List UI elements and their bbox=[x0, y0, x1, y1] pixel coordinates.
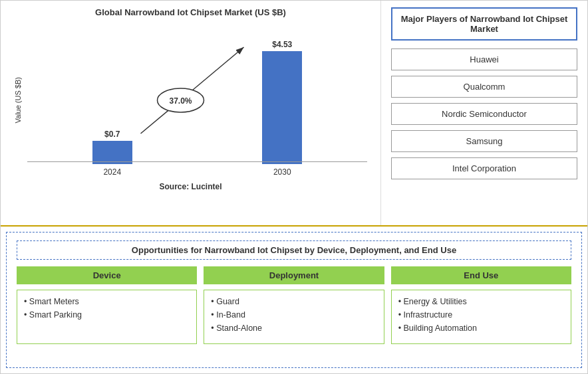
opportunities-title: Opportunities for Narrowband Iot Chipset… bbox=[17, 240, 571, 260]
y-axis-label: Value (US $B) bbox=[14, 77, 22, 124]
player-nordic: Nordic Semiconductor bbox=[391, 103, 577, 125]
device-item-1: Smart Meters bbox=[24, 297, 190, 306]
main-container: Global Narrowband Iot Chipset Market (US… bbox=[0, 0, 588, 374]
enduse-column: End Use Energy & Utilities Infrastructur… bbox=[391, 266, 571, 344]
device-content: Smart Meters Smart Parking bbox=[17, 290, 197, 344]
source-label: Source: Lucintel bbox=[14, 182, 367, 191]
baseline bbox=[27, 161, 367, 162]
player-intel: Intel Corporation bbox=[391, 157, 577, 179]
enduse-item-2: Infrastructure bbox=[398, 310, 564, 320]
bars-area: 37.0% $0.7 2024 $4.53 2030 bbox=[27, 24, 367, 177]
device-header: Device bbox=[17, 266, 197, 284]
deployment-item-1: Guard bbox=[211, 297, 376, 306]
columns-row: Device Smart Meters Smart Parking Deploy… bbox=[17, 266, 571, 344]
bar-value-2030: $4.53 bbox=[272, 40, 292, 49]
chart-area: Value (US $B) 37.0 bbox=[14, 24, 367, 177]
bar-value-2024: $0.7 bbox=[104, 130, 120, 139]
bar-group-2030: $4.53 2030 bbox=[198, 40, 368, 177]
top-section: Global Narrowband Iot Chipset Market (US… bbox=[1, 1, 587, 227]
player-qualcomm: Qualcomm bbox=[391, 76, 577, 98]
bar-label-2030: 2030 bbox=[273, 167, 291, 177]
players-title: Major Players of Narrowband Iot Chipset … bbox=[391, 7, 577, 41]
enduse-item-3: Building Automation bbox=[398, 324, 564, 333]
device-column: Device Smart Meters Smart Parking bbox=[17, 266, 197, 344]
bar-2024 bbox=[92, 141, 132, 164]
enduse-list: Energy & Utilities Infrastructure Buildi… bbox=[398, 297, 564, 333]
enduse-header: End Use bbox=[391, 266, 571, 284]
deployment-content: Guard In-Band Stand-Alone bbox=[204, 290, 384, 344]
bars-row: $0.7 2024 $4.53 2030 bbox=[27, 24, 367, 177]
deployment-header: Deployment bbox=[204, 266, 384, 284]
chart-section: Global Narrowband Iot Chipset Market (US… bbox=[1, 1, 381, 225]
enduse-item-1: Energy & Utilities bbox=[398, 297, 564, 306]
player-samsung: Samsung bbox=[391, 130, 577, 152]
device-list: Smart Meters Smart Parking bbox=[24, 297, 190, 320]
chart-title: Global Narrowband Iot Chipset Market (US… bbox=[14, 7, 367, 17]
deployment-column: Deployment Guard In-Band Stand-Alone bbox=[204, 266, 384, 344]
deployment-list: Guard In-Band Stand-Alone bbox=[211, 297, 376, 333]
device-item-2: Smart Parking bbox=[24, 310, 190, 320]
bar-label-2024: 2024 bbox=[103, 167, 121, 177]
deployment-item-3: Stand-Alone bbox=[211, 324, 376, 333]
player-huawei: Huawei bbox=[391, 48, 577, 70]
bar-2030 bbox=[262, 51, 302, 164]
enduse-content: Energy & Utilities Infrastructure Buildi… bbox=[391, 290, 571, 344]
bottom-section: Opportunities for Narrowband Iot Chipset… bbox=[6, 232, 582, 368]
deployment-item-2: In-Band bbox=[211, 310, 376, 320]
players-section: Major Players of Narrowband Iot Chipset … bbox=[381, 1, 587, 225]
bar-group-2024: $0.7 2024 bbox=[27, 130, 198, 177]
